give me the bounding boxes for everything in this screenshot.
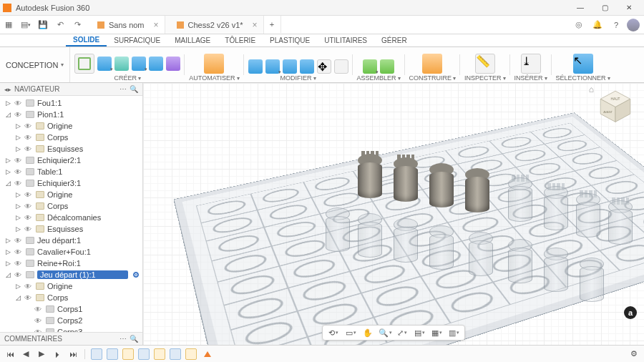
visibility-icon[interactable]: 👁 xyxy=(14,180,23,187)
tree-node[interactable]: 👁Corps2 xyxy=(0,315,142,326)
ribbon-tab-surfacique[interactable]: SURFACIQUE xyxy=(107,35,167,46)
display-button[interactable]: ▤▾ xyxy=(413,326,426,339)
comments-search-icon[interactable]: 🔍 xyxy=(130,335,138,343)
orbit-button[interactable]: ⟲▾ xyxy=(327,326,340,339)
expander-icon[interactable]: ▷ xyxy=(4,260,11,267)
fillet-icon[interactable]: ▾ xyxy=(265,59,280,74)
ribbon-tab-maillage[interactable]: MAILLAGE xyxy=(167,35,218,46)
ribbon-tab-plastique[interactable]: PLASTIQUE xyxy=(263,35,317,46)
timeline-next-button[interactable]: ⏵ xyxy=(52,348,63,360)
visibility-icon[interactable]: 👁 xyxy=(24,145,33,153)
form-icon[interactable] xyxy=(166,57,180,71)
visibility-icon[interactable]: 👁 xyxy=(14,111,23,119)
visibility-icon[interactable]: 👁 xyxy=(14,99,23,107)
ribbon-tab-solide[interactable]: SOLIDE xyxy=(66,34,107,47)
asbuilt-joint-icon[interactable] xyxy=(380,59,394,74)
file-menu-button[interactable]: ▤▾ xyxy=(17,16,34,34)
browser-tree[interactable]: ▷👁Fou1:1◿👁Pion1:1▷👁Origine▷👁Corps▷👁Esqui… xyxy=(0,96,142,332)
active-component-indicator[interactable] xyxy=(132,271,140,278)
visibility-icon[interactable]: 👁 xyxy=(24,214,33,222)
browser-header[interactable]: ◂▸ NAVIGATEUR ⋯ 🔍 xyxy=(0,83,142,96)
visibility-icon[interactable]: 👁 xyxy=(14,248,23,256)
expander-icon[interactable]: ◿ xyxy=(4,180,11,187)
timeline-play-button[interactable]: ▶ xyxy=(36,348,47,360)
extrude-icon[interactable]: ▾ xyxy=(97,57,112,71)
box-icon[interactable]: ▾ xyxy=(132,57,146,71)
expander-icon[interactable]: ▷ xyxy=(14,145,21,152)
look-button[interactable]: ▭▾ xyxy=(344,326,357,339)
expander-icon[interactable]: ▷ xyxy=(14,202,21,210)
window-minimize-button[interactable]: — xyxy=(568,0,592,16)
expander-icon[interactable]: ◿ xyxy=(4,271,11,278)
insert-icon[interactable]: ⤓ xyxy=(521,54,541,74)
align-icon[interactable] xyxy=(334,59,348,74)
sketch-icon[interactable] xyxy=(74,54,94,74)
expander-icon[interactable]: ▷ xyxy=(4,168,11,175)
redo-button[interactable]: ↷ xyxy=(69,16,86,34)
joint-icon[interactable]: ▾ xyxy=(363,59,377,74)
browser-search-icon[interactable]: 🔍 xyxy=(130,85,138,93)
ribbon-tab-tolerie[interactable]: TÔLERIE xyxy=(218,35,263,46)
tree-node[interactable]: ◿👁Corps xyxy=(0,292,142,303)
visibility-icon[interactable]: 👁 xyxy=(24,283,33,290)
measure-icon[interactable]: 📏 xyxy=(475,54,495,74)
timeline-last-button[interactable]: ⏭ xyxy=(67,348,79,360)
visibility-icon[interactable]: 👁 xyxy=(14,157,23,165)
timeline-feature[interactable] xyxy=(107,348,118,360)
select-icon[interactable]: ↖ xyxy=(573,54,593,74)
notifications-button[interactable]: 🔔 xyxy=(590,17,605,33)
doc-tab-0[interactable]: Sans nom × xyxy=(86,16,165,34)
visibility-icon[interactable]: 👁 xyxy=(24,122,33,130)
timeline-first-button[interactable]: ⏮ xyxy=(4,348,16,360)
help-button[interactable]: ? xyxy=(608,17,624,33)
viewports-button[interactable]: ▥▾ xyxy=(447,326,460,339)
timeline-feature[interactable] xyxy=(185,348,197,360)
expander-icon[interactable]: ▷ xyxy=(14,134,21,141)
expander-icon[interactable]: ▷ xyxy=(14,225,21,233)
tree-node[interactable]: ▷👁Echiquier2:1 xyxy=(0,155,142,166)
workspace-switcher[interactable]: CONCEPTION▾ xyxy=(0,47,70,82)
window-maximize-button[interactable]: ▢ xyxy=(592,0,617,16)
tree-node[interactable]: ▷👁Cavalier+Fou:1 xyxy=(0,246,142,258)
tree-node[interactable]: ▷👁Esquisses xyxy=(0,223,142,235)
timeline-prev-button[interactable]: ◀ xyxy=(20,348,31,360)
tree-node[interactable]: ◿👁Jeu départ (1):1 xyxy=(0,269,142,280)
timeline-feature[interactable] xyxy=(170,348,181,360)
expander-icon[interactable]: ▷ xyxy=(4,248,11,255)
save-button[interactable]: 💾 xyxy=(34,16,52,34)
visibility-icon[interactable]: 👁 xyxy=(24,134,33,142)
tree-node[interactable]: ▷👁Jeu départ:1 xyxy=(0,235,142,246)
expander-icon[interactable]: ▷ xyxy=(4,157,11,164)
hole-icon[interactable] xyxy=(149,57,163,71)
tree-node[interactable]: ▷👁Fou1:1 xyxy=(0,97,142,109)
visibility-icon[interactable]: 👁 xyxy=(14,260,23,268)
undo-button[interactable]: ↶ xyxy=(52,16,69,34)
expander-icon[interactable]: ▷ xyxy=(14,214,21,221)
shell-icon[interactable] xyxy=(283,59,297,74)
timeline-feature[interactable] xyxy=(154,348,165,360)
timeline-feature[interactable] xyxy=(138,348,150,360)
tree-node[interactable]: ▷👁Corps xyxy=(0,132,142,143)
visibility-icon[interactable]: 👁 xyxy=(14,168,23,176)
expander-icon[interactable]: ▷ xyxy=(14,191,21,198)
fit-button[interactable]: ⤢▾ xyxy=(396,326,409,339)
combine-icon[interactable] xyxy=(300,59,314,74)
timeline-feature[interactable] xyxy=(91,348,102,360)
new-tab-button[interactable]: + xyxy=(264,16,281,33)
grid-button[interactable]: ▦▾ xyxy=(430,326,443,339)
expander-icon[interactable]: ▷ xyxy=(4,99,11,107)
visibility-icon[interactable]: 👁 xyxy=(24,294,33,302)
tree-node[interactable]: ▷👁Origine xyxy=(0,189,142,200)
user-avatar[interactable] xyxy=(627,19,640,31)
visibility-icon[interactable]: 👁 xyxy=(24,202,33,210)
expander-icon[interactable]: ▷ xyxy=(14,283,21,290)
comments-header[interactable]: COMMENTAIRES ⋯ 🔍 xyxy=(0,332,142,345)
doc-tab-1[interactable]: Chess2 v26 v1* × xyxy=(165,16,264,34)
presspull-icon[interactable] xyxy=(248,59,263,74)
automate-icon[interactable] xyxy=(204,54,224,74)
extensions-button[interactable]: ◎ xyxy=(571,17,587,33)
timeline-marker[interactable] xyxy=(204,351,211,357)
pan-button[interactable]: ✋ xyxy=(361,326,374,339)
timeline-feature[interactable] xyxy=(122,348,134,360)
expander-icon[interactable]: ◿ xyxy=(4,111,11,118)
